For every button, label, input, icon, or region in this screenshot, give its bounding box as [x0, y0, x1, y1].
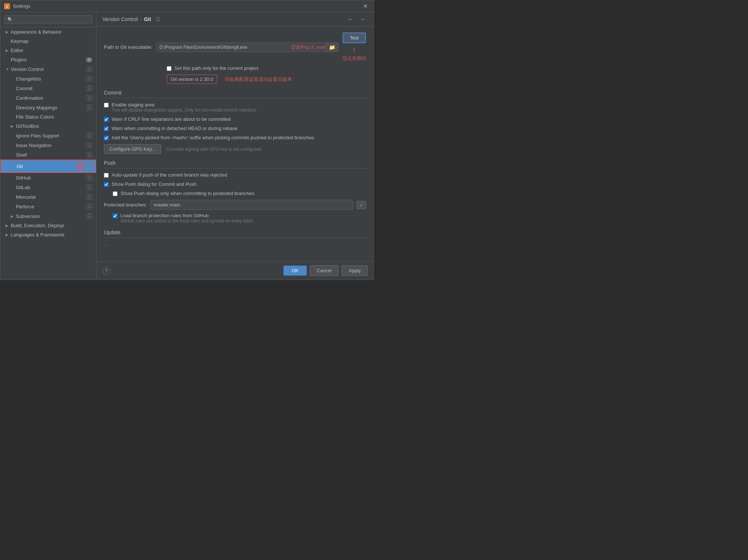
sidebar-item-label: File Status Colors: [16, 114, 92, 120]
ok-button[interactable]: OK: [283, 266, 307, 276]
sidebar-item-keymap[interactable]: Keymap: [0, 37, 96, 46]
settings-icon: ☰: [86, 194, 92, 200]
sidebar-item-plugins[interactable]: Plugins 8: [0, 55, 96, 64]
sidebar-item-label: Git: [17, 164, 76, 169]
settings-window: J Settings ✕ ▶ Appearance & Behavior Key…: [0, 0, 374, 280]
show-push-protected-checkbox[interactable]: [113, 191, 118, 196]
sidebar-item-label: GitHub: [16, 175, 85, 181]
breadcrumb-part1: Version Control: [102, 16, 138, 22]
protected-input[interactable]: [150, 200, 353, 210]
set-path-checkbox[interactable]: [167, 66, 171, 71]
search-input[interactable]: [4, 15, 92, 24]
show-push-dialog-row: Show Push dialog for Commit and Push: [104, 181, 366, 187]
sidebar-item-label: Issue Navigation: [16, 143, 85, 148]
settings-icon: ☰: [86, 85, 92, 91]
breadcrumb-part2: Git: [144, 16, 151, 22]
settings-icon: ☰: [86, 152, 92, 158]
sidebar-item-label: Confirmation: [16, 95, 85, 101]
warn-crlf-checkbox[interactable]: [104, 117, 109, 122]
arrow-icon: ▶: [6, 223, 11, 228]
sidebar-item-label: Plugins: [11, 57, 84, 62]
arrow-icon: ▶: [11, 124, 16, 128]
sidebar-item-directory-mappings[interactable]: Directory Mappings ☰: [0, 103, 96, 112]
settings-icon: ☰: [86, 66, 92, 72]
sidebar-item-gitlab[interactable]: GitLab ☰: [0, 182, 96, 192]
gpg-button[interactable]: Configure GPG Key...: [104, 144, 161, 154]
path-input-wrapper: ②选中git.exe 📁: [156, 42, 339, 52]
close-button[interactable]: ✕: [361, 2, 370, 10]
sidebar-item-languages[interactable]: ▶ Languages & Framework: [0, 230, 96, 239]
back-button[interactable]: ←: [346, 15, 356, 23]
sidebar-item-issue-navigation[interactable]: Issue Navigation ☰: [0, 140, 96, 150]
settings-icon: ☰: [86, 76, 92, 82]
cherry-pick-row: Add the 'cherry-picked from <hash>' suff…: [104, 135, 366, 140]
push-section-title: Push: [104, 160, 366, 168]
settings-icon: ☰: [86, 163, 92, 169]
path-label: Path to Git executable:: [104, 44, 153, 50]
svg-text:J: J: [6, 5, 8, 8]
git-annotation-num: ①: [76, 162, 84, 170]
sidebar-item-label: Version Control: [11, 66, 85, 72]
cherry-pick-label: Add the 'cherry-picked from <hash>' suff…: [112, 135, 314, 140]
sidebar-item-appearance[interactable]: ▶ Appearance & Behavior: [0, 27, 96, 37]
app-icon: J: [4, 3, 10, 9]
load-branch-checkbox[interactable]: [113, 214, 118, 218]
arrow-icon: ▶: [6, 233, 11, 237]
github-rules-sub: GitHub rules are added to the local rule…: [120, 218, 253, 223]
sidebar-item-build[interactable]: ▶ Build, Execution, Deployr: [0, 221, 96, 230]
sidebar-item-label: Changelists: [16, 76, 85, 82]
auto-update-row: Auto-update if push of the current branc…: [104, 172, 366, 178]
expand-button[interactable]: ⤢: [357, 201, 366, 209]
sidebar-item-git[interactable]: Git ① ☰: [0, 160, 96, 173]
sidebar-item-confirmation[interactable]: Confirmation ☰: [0, 93, 96, 103]
sidebar-item-label: Perforce: [16, 204, 85, 209]
warn-detached-row: Warn when committing in detached HEAD or…: [104, 126, 366, 131]
sidebar-item-label: Keymap: [11, 38, 92, 44]
path-annotation: ②选中git.exe: [291, 44, 326, 51]
cherry-pick-checkbox[interactable]: [104, 136, 109, 140]
warn-detached-label: Warn when committing in detached HEAD or…: [112, 126, 238, 131]
sidebar-item-github[interactable]: GitHub ☰: [0, 173, 96, 182]
main-content: ▶ Appearance & Behavior Keymap ▶ Editor …: [0, 12, 374, 280]
sidebar-item-version-control[interactable]: ▼ Version Control ☰: [0, 64, 96, 74]
test-button[interactable]: Test: [343, 33, 366, 43]
forward-button[interactable]: →: [357, 15, 368, 23]
enable-staging-checkbox[interactable]: [104, 103, 109, 107]
sidebar-item-gittoolbox[interactable]: ▶ GitToolBox: [0, 122, 96, 131]
version-row: Git version is 2.30.0 ④如果配置这里成功会显示版本: [167, 75, 366, 84]
sidebar-item-shelf[interactable]: Shelf ☰: [0, 150, 96, 160]
help-button[interactable]: ?: [102, 267, 110, 275]
sidebar-item-file-status-colors[interactable]: File Status Colors: [0, 112, 96, 122]
test-annotation: ③点击测试: [342, 55, 366, 62]
version-text: Git version is 2.30.0: [167, 75, 217, 84]
sidebar-item-label: Build, Execution, Deployr: [11, 223, 92, 228]
cancel-button[interactable]: Cancel: [310, 265, 339, 276]
settings-icon: ☰: [86, 142, 92, 148]
path-input[interactable]: [157, 43, 291, 52]
auto-update-checkbox[interactable]: [104, 173, 109, 178]
sidebar-item-changelists[interactable]: Changelists ☰: [0, 74, 96, 83]
breadcrumb-separator: ›: [140, 16, 142, 22]
sidebar-item-mercurial[interactable]: Mercurial ☰: [0, 192, 96, 202]
auto-update-label: Auto-update if push of the current branc…: [112, 172, 227, 178]
header-menu-icon[interactable]: ☰: [156, 16, 160, 22]
sidebar-item-perforce[interactable]: Perforce ☰: [0, 202, 96, 211]
sidebar-item-label: Shelf: [16, 152, 85, 158]
settings-icon: ☰: [86, 95, 92, 101]
sidebar-item-commit[interactable]: Commit ☰: [0, 83, 96, 93]
apply-button[interactable]: Apply: [341, 265, 368, 276]
sidebar-item-ignore-files[interactable]: Ignore Files Support ☰: [0, 131, 96, 140]
warn-detached-checkbox[interactable]: [104, 126, 109, 131]
nav-buttons: ← →: [346, 15, 368, 23]
window-title: Settings: [13, 3, 361, 9]
right-panel: Version Control › Git ☰ ← → Path to Git …: [96, 12, 374, 280]
sidebar-item-subversion[interactable]: ▶ Subversion ☰: [0, 211, 96, 221]
show-push-protected-row: Show Push dialog only when committing to…: [113, 191, 366, 196]
plugins-badge: 8: [86, 57, 92, 62]
gpg-key-row: Configure GPG Key... Commits signing wit…: [104, 144, 366, 154]
settings-icon: ☰: [86, 105, 92, 110]
browse-button[interactable]: 📁: [326, 43, 338, 52]
sidebar-item-editor[interactable]: ▶ Editor: [0, 46, 96, 55]
title-bar: J Settings ✕: [0, 0, 374, 12]
show-push-checkbox[interactable]: [104, 182, 109, 187]
